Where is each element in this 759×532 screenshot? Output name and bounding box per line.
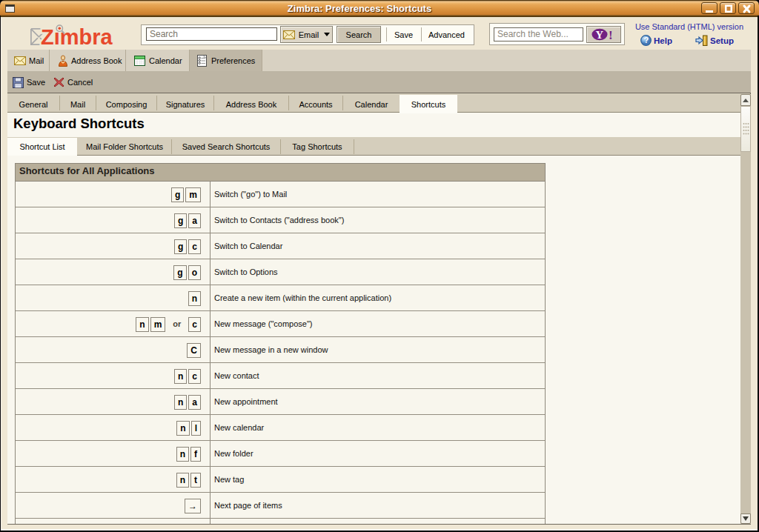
svg-text:?: ? [644,36,649,44]
svg-text:Zımbra: Zımbra [41,25,113,47]
